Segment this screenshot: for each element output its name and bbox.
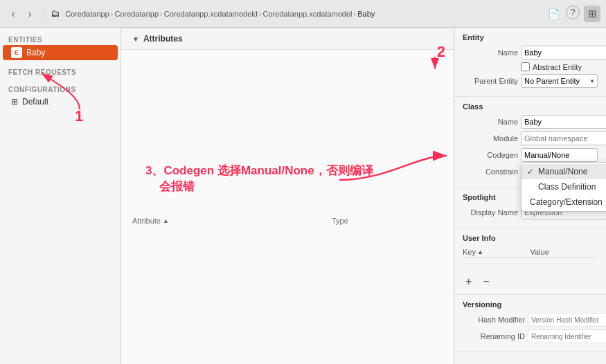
abstract-entity-checkbox[interactable]: [521, 62, 530, 71]
key-col-label: Key: [463, 248, 476, 256]
back-button[interactable]: ‹: [6, 6, 21, 21]
display-name-label: Display Name: [463, 208, 518, 217]
configurations-label: CONFIGURATIONS: [0, 83, 121, 95]
entity-icon: E: [11, 47, 22, 58]
type-col-header: Type: [332, 217, 443, 225]
type-col-label: Type: [332, 217, 348, 225]
entity-name-input[interactable]: [521, 46, 606, 60]
document-icon-btn[interactable]: 📄: [545, 6, 562, 22]
parent-entity-select-wrapper: No Parent Entity ▼: [521, 74, 598, 88]
hash-modifier-label: Hash Modifier: [463, 316, 525, 324]
class-name-label: Name: [463, 118, 518, 126]
class-name-input[interactable]: [521, 115, 606, 129]
toolbar: ‹ › | 🗂 Coredatanpp › Coredatanpp › Core…: [0, 0, 606, 28]
codegen-label: Codegen: [463, 151, 518, 159]
attribute-col-label: Attribute: [132, 217, 161, 225]
breadcrumb-coredatanpp2: Coredatanpp: [114, 10, 159, 18]
entities-label: ENTITIES: [0, 33, 121, 45]
help-icon-btn[interactable]: ?: [566, 6, 580, 19]
fetch-requests-label: FETCH REQUESTS: [0, 66, 121, 78]
class-name-row: Name: [463, 115, 598, 129]
breadcrumb-coredatanpp1: Coredatanpp: [65, 10, 109, 18]
entity-name-label: Name: [463, 48, 518, 57]
attributes-section: ▼ Attributes Attribute ▲ Type + −: [121, 28, 454, 364]
versioning-section-title: Versioning: [463, 300, 598, 309]
renaming-id-label: Renaming ID: [463, 332, 525, 340]
user-info-panel-section: User Info Key ▲ Value + −: [454, 228, 606, 295]
forward-button[interactable]: ›: [22, 6, 37, 21]
config-icon: ⊞: [11, 97, 18, 107]
codegen-select-display[interactable]: Manual/None: [521, 148, 598, 162]
attributes-table-header: Attribute ▲ Type: [121, 50, 454, 364]
user-info-section-title: User Info: [463, 234, 598, 242]
module-label: Module: [463, 134, 518, 143]
entity-name-row: Name: [463, 46, 598, 60]
user-info-table-body: [463, 258, 598, 272]
codegen-row: Codegen Manual/None ✓ Manual/None: [463, 148, 598, 162]
sidebar-item-baby[interactable]: E Baby: [3, 45, 118, 60]
entity-section-title: Entity: [463, 33, 598, 42]
check-icon: ✓: [527, 167, 535, 176]
versioning-panel-section: Versioning Hash Modifier Renaming ID: [454, 295, 606, 352]
codegen-select-wrapper: Manual/None ✓ Manual/None Class Definiti…: [521, 148, 598, 162]
breadcrumb-xcdatamodel: Coredatanpp.xcdatamodel: [263, 10, 353, 18]
nav-buttons: ‹ ›: [6, 6, 37, 21]
parent-entity-select[interactable]: No Parent Entity: [521, 74, 598, 88]
module-row: Module: [463, 131, 598, 145]
codegen-option-category[interactable]: Category/Extension: [522, 194, 606, 210]
hash-modifier-row: Hash Modifier: [463, 313, 598, 327]
right-panel: Entity Name Abstract Entity Parent Entit…: [454, 28, 606, 364]
value-col-header: Value: [531, 248, 598, 256]
codegen-option-class-def-label: Class Definition: [538, 182, 596, 192]
center-content: ▼ Attributes Attribute ▲ Type + −: [121, 28, 454, 364]
sidebar-item-default-label: Default: [22, 97, 48, 107]
hash-modifier-input[interactable]: [528, 313, 606, 327]
abstract-entity-row: Abstract Entity: [521, 62, 598, 71]
breadcrumb-baby: Baby: [357, 10, 375, 18]
attribute-col-header: Attribute ▲: [132, 53, 332, 364]
grid-icon-btn[interactable]: ⊞: [584, 6, 600, 22]
remove-user-info-button[interactable]: −: [480, 275, 492, 289]
parent-entity-row: Parent Entity No Parent Entity ▼: [463, 74, 598, 88]
sidebar-item-default[interactable]: ⊞ Default: [3, 95, 118, 109]
codegen-option-manual[interactable]: ✓ Manual/None: [522, 164, 606, 179]
attributes-triangle-icon: ▼: [132, 35, 139, 43]
parent-entity-label: Parent Entity: [463, 77, 518, 85]
user-info-footer: + −: [463, 272, 598, 289]
codegen-selected-value: Manual/None: [524, 151, 569, 159]
entity-panel-section: Entity Name Abstract Entity Parent Entit…: [454, 28, 606, 97]
key-col-header: Key ▲: [463, 248, 531, 256]
main-area: ENTITIES E Baby FETCH REQUESTS CONFIGURA…: [0, 28, 606, 364]
module-input[interactable]: [521, 131, 606, 145]
breadcrumb-xcdatamodeld: Coredatanpp.xcdatamodeld: [164, 10, 258, 18]
codegen-option-manual-label: Manual/None: [538, 167, 587, 176]
renaming-id-input[interactable]: [528, 329, 606, 343]
attributes-title: Attributes: [143, 34, 183, 44]
user-info-table-header: Key ▲ Value: [463, 246, 598, 258]
constraints-label: Constrain: [463, 167, 518, 176]
attribute-sort-icon: ▲: [163, 217, 169, 224]
class-panel-section: Class Name Module Codegen Manual/None: [454, 97, 606, 188]
breadcrumb: Coredatanpp › Coredatanpp › Coredatanpp.…: [65, 10, 542, 18]
renaming-id-row: Renaming ID: [463, 329, 598, 343]
toolbar-icons: 📄 ? ⊞: [545, 6, 600, 22]
codegen-option-class-def[interactable]: Class Definition: [522, 179, 606, 194]
sidebar: ENTITIES E Baby FETCH REQUESTS CONFIGURA…: [0, 28, 121, 364]
codegen-dropdown[interactable]: ✓ Manual/None Class Definition Category/…: [521, 162, 606, 212]
attributes-header: ▼ Attributes: [121, 28, 454, 50]
class-section-title: Class: [463, 102, 598, 111]
key-sort-icon: ▲: [477, 248, 483, 255]
value-col-label: Value: [531, 248, 549, 256]
file-icon: 🗂: [51, 8, 60, 19]
codegen-option-category-label: Category/Extension: [530, 197, 603, 207]
add-user-info-button[interactable]: +: [463, 275, 474, 289]
abstract-entity-label: Abstract Entity: [533, 63, 582, 71]
sidebar-item-baby-label: Baby: [26, 48, 45, 57]
